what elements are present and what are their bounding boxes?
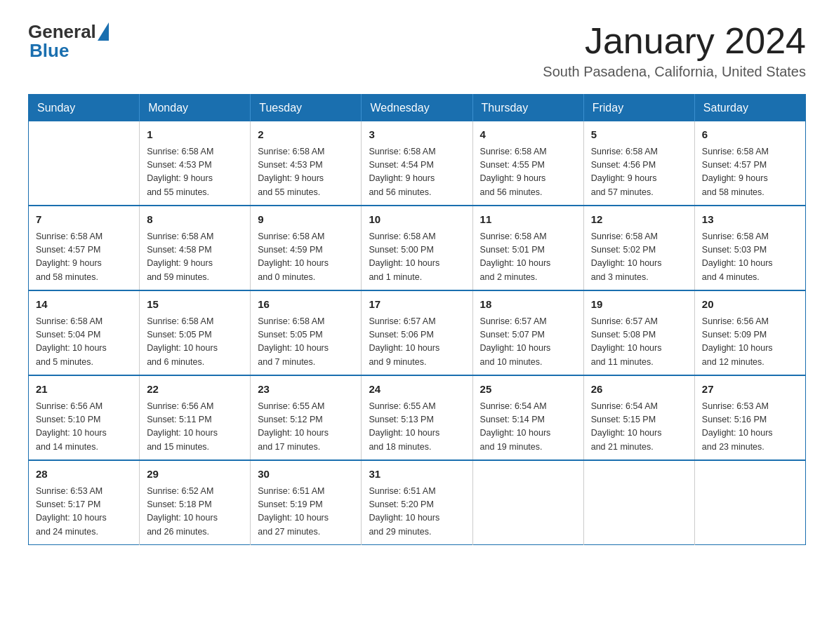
day-info: Sunrise: 6:56 AM Sunset: 5:09 PM Dayligh… <box>702 315 798 370</box>
weekday-header-sunday: Sunday <box>29 95 140 122</box>
day-number: 29 <box>147 467 243 483</box>
calendar-day-8: 8Sunrise: 6:58 AM Sunset: 4:58 PM Daylig… <box>140 206 251 290</box>
calendar-day-17: 17Sunrise: 6:57 AM Sunset: 5:06 PM Dayli… <box>362 290 472 375</box>
calendar-day-24: 24Sunrise: 6:55 AM Sunset: 5:13 PM Dayli… <box>362 375 472 460</box>
weekday-header-saturday: Saturday <box>694 95 805 122</box>
day-number: 12 <box>591 212 687 228</box>
day-number: 13 <box>702 212 798 228</box>
calendar-day-29: 29Sunrise: 6:52 AM Sunset: 5:18 PM Dayli… <box>140 460 251 545</box>
calendar-day-5: 5Sunrise: 6:58 AM Sunset: 4:56 PM Daylig… <box>583 121 694 206</box>
calendar-day-15: 15Sunrise: 6:58 AM Sunset: 5:05 PM Dayli… <box>140 290 251 375</box>
day-info: Sunrise: 6:58 AM Sunset: 5:00 PM Dayligh… <box>369 230 465 285</box>
day-number: 17 <box>369 297 465 313</box>
logo: General Blue <box>28 21 109 62</box>
day-number: 10 <box>369 212 465 228</box>
day-info: Sunrise: 6:57 AM Sunset: 5:06 PM Dayligh… <box>369 315 465 370</box>
day-number: 8 <box>147 212 243 228</box>
day-number: 4 <box>480 127 576 143</box>
day-info: Sunrise: 6:56 AM Sunset: 5:11 PM Dayligh… <box>147 400 243 455</box>
day-info: Sunrise: 6:58 AM Sunset: 4:58 PM Dayligh… <box>147 230 243 285</box>
calendar-day-23: 23Sunrise: 6:55 AM Sunset: 5:12 PM Dayli… <box>251 375 362 460</box>
day-number: 31 <box>369 467 465 483</box>
calendar-day-21: 21Sunrise: 6:56 AM Sunset: 5:10 PM Dayli… <box>29 375 140 460</box>
calendar-week-row: 1Sunrise: 6:58 AM Sunset: 4:53 PM Daylig… <box>29 121 806 206</box>
calendar-day-19: 19Sunrise: 6:57 AM Sunset: 5:08 PM Dayli… <box>583 290 694 375</box>
calendar-day-11: 11Sunrise: 6:58 AM Sunset: 5:01 PM Dayli… <box>472 206 583 290</box>
day-info: Sunrise: 6:57 AM Sunset: 5:08 PM Dayligh… <box>591 315 687 370</box>
calendar-day-4: 4Sunrise: 6:58 AM Sunset: 4:55 PM Daylig… <box>472 121 583 206</box>
calendar-day-16: 16Sunrise: 6:58 AM Sunset: 5:05 PM Dayli… <box>251 290 362 375</box>
day-number: 14 <box>36 297 132 313</box>
calendar-day-2: 2Sunrise: 6:58 AM Sunset: 4:53 PM Daylig… <box>251 121 362 206</box>
calendar-subtitle: South Pasadena, California, United State… <box>543 64 806 80</box>
day-number: 11 <box>480 212 576 228</box>
day-info: Sunrise: 6:58 AM Sunset: 4:56 PM Dayligh… <box>591 145 687 200</box>
day-info: Sunrise: 6:51 AM Sunset: 5:20 PM Dayligh… <box>369 485 465 539</box>
day-number: 15 <box>147 297 243 313</box>
day-info: Sunrise: 6:54 AM Sunset: 5:14 PM Dayligh… <box>480 400 576 455</box>
day-number: 7 <box>36 212 132 228</box>
day-number: 23 <box>258 382 354 398</box>
day-info: Sunrise: 6:58 AM Sunset: 4:57 PM Dayligh… <box>702 145 798 200</box>
day-number: 26 <box>591 382 687 398</box>
weekday-header-row: SundayMondayTuesdayWednesdayThursdayFrid… <box>29 95 806 122</box>
weekday-header-thursday: Thursday <box>472 95 583 122</box>
calendar-day-9: 9Sunrise: 6:58 AM Sunset: 4:59 PM Daylig… <box>251 206 362 290</box>
title-section: January 2024 South Pasadena, California,… <box>543 21 806 80</box>
day-number: 24 <box>369 382 465 398</box>
day-info: Sunrise: 6:55 AM Sunset: 5:12 PM Dayligh… <box>258 400 354 455</box>
day-number: 5 <box>591 127 687 143</box>
day-info: Sunrise: 6:53 AM Sunset: 5:16 PM Dayligh… <box>702 400 798 455</box>
day-number: 22 <box>147 382 243 398</box>
calendar-day-13: 13Sunrise: 6:58 AM Sunset: 5:03 PM Dayli… <box>694 206 805 290</box>
logo-blue-text: Blue <box>29 40 69 62</box>
weekday-header-tuesday: Tuesday <box>251 95 362 122</box>
calendar-week-row: 28Sunrise: 6:53 AM Sunset: 5:17 PM Dayli… <box>29 460 806 545</box>
calendar-day-18: 18Sunrise: 6:57 AM Sunset: 5:07 PM Dayli… <box>472 290 583 375</box>
day-number: 25 <box>480 382 576 398</box>
weekday-header-wednesday: Wednesday <box>362 95 472 122</box>
day-number: 28 <box>36 467 132 483</box>
day-info: Sunrise: 6:58 AM Sunset: 4:57 PM Dayligh… <box>36 230 132 285</box>
day-info: Sunrise: 6:54 AM Sunset: 5:15 PM Dayligh… <box>591 400 687 455</box>
calendar-day-28: 28Sunrise: 6:53 AM Sunset: 5:17 PM Dayli… <box>29 460 140 545</box>
day-info: Sunrise: 6:51 AM Sunset: 5:19 PM Dayligh… <box>258 485 354 539</box>
calendar-day-10: 10Sunrise: 6:58 AM Sunset: 5:00 PM Dayli… <box>362 206 472 290</box>
calendar-day-3: 3Sunrise: 6:58 AM Sunset: 4:54 PM Daylig… <box>362 121 472 206</box>
day-number: 2 <box>258 127 354 143</box>
day-number: 19 <box>591 297 687 313</box>
calendar-day-1: 1Sunrise: 6:58 AM Sunset: 4:53 PM Daylig… <box>140 121 251 206</box>
day-number: 16 <box>258 297 354 313</box>
calendar-day-22: 22Sunrise: 6:56 AM Sunset: 5:11 PM Dayli… <box>140 375 251 460</box>
calendar-day-27: 27Sunrise: 6:53 AM Sunset: 5:16 PM Dayli… <box>694 375 805 460</box>
day-number: 27 <box>702 382 798 398</box>
day-number: 21 <box>36 382 132 398</box>
day-number: 1 <box>147 127 243 143</box>
day-info: Sunrise: 6:58 AM Sunset: 5:01 PM Dayligh… <box>480 230 576 285</box>
calendar-day-25: 25Sunrise: 6:54 AM Sunset: 5:14 PM Dayli… <box>472 375 583 460</box>
calendar-day-6: 6Sunrise: 6:58 AM Sunset: 4:57 PM Daylig… <box>694 121 805 206</box>
calendar-empty-cell <box>583 460 694 545</box>
day-number: 3 <box>369 127 465 143</box>
day-info: Sunrise: 6:58 AM Sunset: 4:53 PM Dayligh… <box>147 145 243 200</box>
day-number: 18 <box>480 297 576 313</box>
day-info: Sunrise: 6:58 AM Sunset: 5:02 PM Dayligh… <box>591 230 687 285</box>
calendar-day-12: 12Sunrise: 6:58 AM Sunset: 5:02 PM Dayli… <box>583 206 694 290</box>
day-number: 9 <box>258 212 354 228</box>
day-info: Sunrise: 6:57 AM Sunset: 5:07 PM Dayligh… <box>480 315 576 370</box>
day-info: Sunrise: 6:58 AM Sunset: 5:04 PM Dayligh… <box>36 315 132 370</box>
day-number: 20 <box>702 297 798 313</box>
calendar-day-14: 14Sunrise: 6:58 AM Sunset: 5:04 PM Dayli… <box>29 290 140 375</box>
calendar-week-row: 14Sunrise: 6:58 AM Sunset: 5:04 PM Dayli… <box>29 290 806 375</box>
day-number: 6 <box>702 127 798 143</box>
day-info: Sunrise: 6:58 AM Sunset: 4:55 PM Dayligh… <box>480 145 576 200</box>
day-number: 30 <box>258 467 354 483</box>
day-info: Sunrise: 6:58 AM Sunset: 5:05 PM Dayligh… <box>258 315 354 370</box>
day-info: Sunrise: 6:58 AM Sunset: 5:05 PM Dayligh… <box>147 315 243 370</box>
calendar-day-30: 30Sunrise: 6:51 AM Sunset: 5:19 PM Dayli… <box>251 460 362 545</box>
calendar-empty-cell <box>694 460 805 545</box>
weekday-header-friday: Friday <box>583 95 694 122</box>
calendar-day-26: 26Sunrise: 6:54 AM Sunset: 5:15 PM Dayli… <box>583 375 694 460</box>
day-info: Sunrise: 6:53 AM Sunset: 5:17 PM Dayligh… <box>36 485 132 539</box>
day-info: Sunrise: 6:52 AM Sunset: 5:18 PM Dayligh… <box>147 485 243 539</box>
